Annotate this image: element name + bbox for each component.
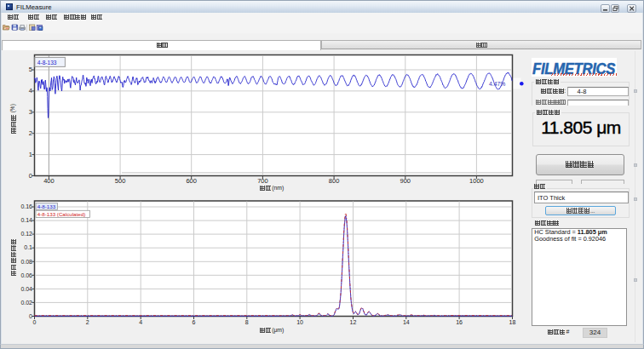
svg-text:0.1: 0.1 xyxy=(24,244,32,250)
svg-text:0.12: 0.12 xyxy=(20,231,32,237)
svg-text:1: 1 xyxy=(29,151,32,158)
svg-text:0.14: 0.14 xyxy=(20,217,32,223)
svg-text:4: 4 xyxy=(139,319,142,325)
svg-text:0.08: 0.08 xyxy=(20,259,32,265)
svg-text:4: 4 xyxy=(29,87,32,94)
svg-text:400: 400 xyxy=(43,177,55,185)
svg-text:900: 900 xyxy=(400,177,411,185)
svg-text:4-8-133 (Calculated): 4-8-133 (Calculated) xyxy=(37,211,85,217)
svg-text:0.16: 0.16 xyxy=(20,203,32,209)
svg-text:3: 3 xyxy=(29,108,32,116)
svg-text:0: 0 xyxy=(29,313,32,319)
svg-text:0: 0 xyxy=(33,319,37,325)
svg-text:500: 500 xyxy=(115,177,126,185)
svg-text:18: 18 xyxy=(509,319,516,325)
svg-text:8: 8 xyxy=(245,319,249,325)
svg-text:16: 16 xyxy=(456,319,463,325)
svg-text:5: 5 xyxy=(29,66,32,73)
svg-text:0.04: 0.04 xyxy=(20,286,32,292)
svg-text:600: 600 xyxy=(186,177,197,185)
svg-text:700: 700 xyxy=(257,177,268,185)
svg-text:10: 10 xyxy=(296,319,303,325)
svg-text:4.47%: 4.47% xyxy=(489,81,505,87)
svg-text:12: 12 xyxy=(350,319,357,325)
svg-text:0.02: 0.02 xyxy=(20,300,32,306)
svg-text:1000: 1000 xyxy=(469,177,484,185)
svg-text:2: 2 xyxy=(29,129,32,137)
svg-text:0.06: 0.06 xyxy=(20,272,32,278)
svg-text:4-8-133: 4-8-133 xyxy=(37,60,57,66)
svg-text:14: 14 xyxy=(403,319,410,325)
svg-text:800: 800 xyxy=(329,177,340,185)
svg-text:0: 0 xyxy=(29,172,32,180)
svg-text:2: 2 xyxy=(86,319,89,325)
svg-text:4-8-133: 4-8-133 xyxy=(37,203,56,209)
svg-text:6: 6 xyxy=(193,319,196,325)
